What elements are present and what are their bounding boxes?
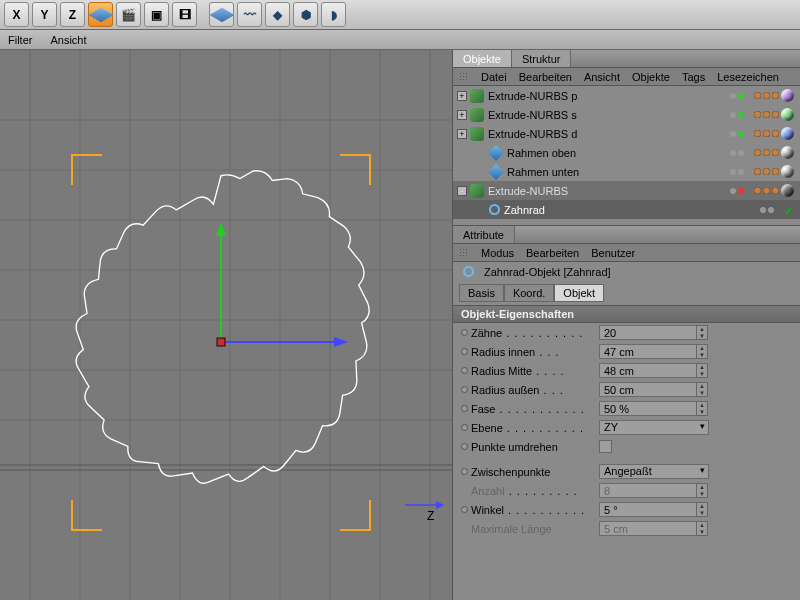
vis-dot[interactable] bbox=[730, 93, 736, 99]
lock-icon[interactable] bbox=[461, 468, 468, 475]
tab-basis[interactable]: Basis bbox=[459, 284, 504, 302]
material-sphere[interactable] bbox=[781, 165, 794, 178]
expand-icon[interactable]: + bbox=[457, 91, 467, 101]
radius-aussen-input[interactable] bbox=[599, 382, 697, 397]
ebene-select[interactable]: ZY bbox=[599, 420, 709, 435]
vis-dot[interactable] bbox=[760, 207, 766, 213]
tag-bead[interactable] bbox=[772, 111, 779, 118]
winkel-input[interactable] bbox=[599, 502, 697, 517]
om-menu-tags[interactable]: Tags bbox=[682, 71, 705, 83]
tag-bead[interactable] bbox=[754, 92, 761, 99]
spinner[interactable]: ▲▼ bbox=[696, 502, 708, 517]
primitive-spline-button[interactable]: 〰 bbox=[237, 2, 262, 27]
tag-bead[interactable] bbox=[772, 187, 779, 194]
attr-menu-modus[interactable]: Modus bbox=[481, 247, 514, 259]
axis-z-button[interactable]: Z bbox=[60, 2, 85, 27]
render-tool-button[interactable]: ▣ bbox=[144, 2, 169, 27]
vis-dot[interactable] bbox=[738, 150, 744, 156]
film-tool-button[interactable]: 🎞 bbox=[172, 2, 197, 27]
tag-bead[interactable] bbox=[754, 168, 761, 175]
grip-icon[interactable] bbox=[459, 72, 469, 82]
expand-icon[interactable]: - bbox=[457, 186, 467, 196]
vis-dot[interactable] bbox=[730, 169, 736, 175]
material-sphere[interactable] bbox=[781, 108, 794, 121]
tag-bead[interactable] bbox=[754, 111, 761, 118]
tag-bead[interactable] bbox=[754, 187, 761, 194]
tag-bead[interactable] bbox=[763, 111, 770, 118]
radius-mitte-input[interactable] bbox=[599, 363, 697, 378]
vis-dot[interactable] bbox=[738, 93, 744, 99]
om-menu-ansicht[interactable]: Ansicht bbox=[584, 71, 620, 83]
tree-row[interactable]: +Extrude-NURBS d bbox=[453, 124, 800, 143]
spinner[interactable]: ▲▼ bbox=[696, 344, 708, 359]
material-sphere[interactable] bbox=[781, 184, 794, 197]
primitive-cube-button[interactable] bbox=[209, 2, 234, 27]
tag-bead[interactable] bbox=[772, 130, 779, 137]
vis-dot[interactable] bbox=[730, 150, 736, 156]
vis-dot[interactable] bbox=[730, 131, 736, 137]
object-tree[interactable]: +Extrude-NURBS p+Extrude-NURBS s+Extrude… bbox=[453, 86, 800, 226]
tree-row[interactable]: +Extrude-NURBS s bbox=[453, 105, 800, 124]
tag-bead[interactable] bbox=[772, 92, 779, 99]
fase-input[interactable] bbox=[599, 401, 697, 416]
om-menu-bearbeiten[interactable]: Bearbeiten bbox=[519, 71, 572, 83]
array-button[interactable]: ⬢ bbox=[293, 2, 318, 27]
vis-dot[interactable] bbox=[738, 169, 744, 175]
tag-bead[interactable] bbox=[763, 168, 770, 175]
lock-icon[interactable] bbox=[461, 405, 468, 412]
axis-x-button[interactable]: X bbox=[4, 2, 29, 27]
umdrehen-checkbox[interactable] bbox=[599, 440, 612, 453]
axis-y-button[interactable]: Y bbox=[32, 2, 57, 27]
spinner[interactable]: ▲▼ bbox=[696, 401, 708, 416]
tab-koord[interactable]: Koord. bbox=[504, 284, 554, 302]
lock-icon[interactable] bbox=[461, 424, 468, 431]
tab-struktur[interactable]: Struktur bbox=[512, 50, 572, 67]
vis-dot[interactable] bbox=[738, 112, 744, 118]
expand-icon[interactable]: + bbox=[457, 110, 467, 120]
tag-bead[interactable] bbox=[763, 149, 770, 156]
tree-row[interactable]: Rahmen unten bbox=[453, 162, 800, 181]
lock-icon[interactable] bbox=[461, 386, 468, 393]
vis-dot[interactable] bbox=[738, 131, 744, 137]
tag-bead[interactable] bbox=[772, 168, 779, 175]
radius-innen-input[interactable] bbox=[599, 344, 697, 359]
vis-dot[interactable] bbox=[738, 188, 744, 194]
tab-objekt[interactable]: Objekt bbox=[554, 284, 604, 302]
lock-icon[interactable] bbox=[461, 348, 468, 355]
lock-icon[interactable] bbox=[461, 506, 468, 513]
tree-row[interactable]: Zahnrad✔ bbox=[453, 200, 800, 219]
tag-bead[interactable] bbox=[754, 130, 761, 137]
tag-bead[interactable] bbox=[763, 130, 770, 137]
nurbs-button[interactable]: ◆ bbox=[265, 2, 290, 27]
spinner[interactable]: ▲▼ bbox=[696, 382, 708, 397]
attr-menu-benutzer[interactable]: Benutzer bbox=[591, 247, 635, 259]
material-sphere[interactable] bbox=[781, 89, 794, 102]
tree-row[interactable]: +Extrude-NURBS p bbox=[453, 86, 800, 105]
viewport-3d[interactable]: Z bbox=[0, 50, 452, 600]
lock-icon[interactable] bbox=[461, 329, 468, 336]
tree-row[interactable]: Rahmen oben bbox=[453, 143, 800, 162]
tag-bead[interactable] bbox=[772, 149, 779, 156]
menu-filter[interactable]: Filter bbox=[8, 34, 32, 46]
vis-dot[interactable] bbox=[768, 207, 774, 213]
deformer-button[interactable]: ◗ bbox=[321, 2, 346, 27]
material-sphere[interactable] bbox=[781, 127, 794, 140]
lock-icon[interactable] bbox=[461, 367, 468, 374]
vis-dot[interactable] bbox=[730, 112, 736, 118]
menu-ansicht[interactable]: Ansicht bbox=[50, 34, 86, 46]
grip-icon[interactable] bbox=[459, 248, 469, 258]
material-sphere[interactable] bbox=[781, 146, 794, 159]
tag-bead[interactable] bbox=[763, 92, 770, 99]
cube-tool-button[interactable] bbox=[88, 2, 113, 27]
tab-objekte[interactable]: Objekte bbox=[453, 50, 512, 67]
spinner[interactable]: ▲▼ bbox=[696, 363, 708, 378]
attr-menu-bearbeiten[interactable]: Bearbeiten bbox=[526, 247, 579, 259]
zaehne-input[interactable] bbox=[599, 325, 697, 340]
clapper-tool-button[interactable]: 🎬 bbox=[116, 2, 141, 27]
om-menu-objekte[interactable]: Objekte bbox=[632, 71, 670, 83]
zwischenpunkte-select[interactable]: Angepaßt bbox=[599, 464, 709, 479]
lock-icon[interactable] bbox=[461, 443, 468, 450]
om-menu-lesezeichen[interactable]: Lesezeichen bbox=[717, 71, 779, 83]
expand-icon[interactable]: + bbox=[457, 129, 467, 139]
spinner[interactable]: ▲▼ bbox=[696, 325, 708, 340]
